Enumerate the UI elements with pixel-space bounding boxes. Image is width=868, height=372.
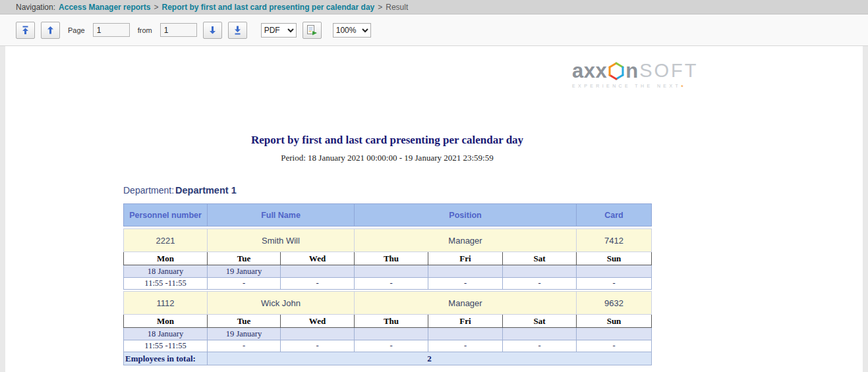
employee-full-name: Smith Will xyxy=(208,229,355,252)
column-header-position: Position xyxy=(355,204,577,226)
export-report-icon xyxy=(306,25,318,36)
column-header-card: Card xyxy=(577,204,652,226)
employee-summary-row: 2221Smith WillManager7412 xyxy=(124,229,652,252)
time-cell-mon: 11:55 -11:55 xyxy=(124,278,208,290)
day-header-thu: Thu xyxy=(355,315,428,328)
breadcrumb-separator: > xyxy=(378,3,382,12)
page-input[interactable] xyxy=(93,23,130,37)
arrow-down-to-bottom-icon xyxy=(233,26,242,35)
date-cell-wed xyxy=(281,328,355,340)
report-title: Report by first and last card presenting… xyxy=(123,134,651,147)
date-cell-thu xyxy=(355,265,428,278)
time-cell-fri: - xyxy=(428,340,503,352)
table-header-row: Personnel numberFull NamePositionCard xyxy=(124,204,652,226)
time-row: 11:55 -11:55------ xyxy=(124,340,652,352)
day-header-tue: Tue xyxy=(208,252,281,265)
time-cell-sat: - xyxy=(503,278,577,290)
date-cell-mon: 18 January xyxy=(124,328,208,340)
day-header-fri: Fri xyxy=(428,315,503,328)
column-header-full-name: Full Name xyxy=(208,204,355,226)
date-cell-fri xyxy=(428,265,503,278)
report-table: Personnel numberFull NamePositionCard222… xyxy=(123,203,652,365)
department-line: Department:Department 1 xyxy=(123,185,651,196)
time-cell-wed: - xyxy=(281,340,355,352)
day-header-mon: Mon xyxy=(124,252,208,265)
day-header-tue: Tue xyxy=(208,315,281,328)
employee-personnel-number: 1112 xyxy=(124,292,208,315)
employee-position: Manager xyxy=(355,292,577,315)
time-cell-thu: - xyxy=(355,340,428,352)
employee-full-name: Wick John xyxy=(208,292,355,315)
date-cell-sun xyxy=(577,328,652,340)
time-cell-sat: - xyxy=(503,340,577,352)
date-cell-tue: 19 January xyxy=(208,265,281,278)
breadcrumb-link-access-manager-reports[interactable]: Access Manager reports xyxy=(59,3,150,12)
employee-card: 7412 xyxy=(577,229,652,252)
logo-tagline-star: * xyxy=(681,84,683,90)
date-row: 18 January19 January xyxy=(124,328,652,340)
day-header-sat: Sat xyxy=(503,252,577,265)
arrow-up-icon xyxy=(46,26,55,35)
previous-page-button[interactable] xyxy=(41,22,60,39)
date-cell-fri xyxy=(428,328,503,340)
day-header-sun: Sun xyxy=(577,252,652,265)
report-viewer-page: axx n SOFT EXPERIENCE THE NEXT* Report b… xyxy=(5,46,863,372)
date-cell-mon: 18 January xyxy=(124,265,208,278)
time-cell-wed: - xyxy=(281,278,355,290)
day-header-row: MonTueWedThuFriSatSun xyxy=(124,315,652,328)
day-header-wed: Wed xyxy=(281,252,355,265)
zoom-select[interactable]: 100% xyxy=(333,23,371,38)
time-cell-mon: 11:55 -11:55 xyxy=(124,340,208,352)
page-label: Page xyxy=(68,26,85,34)
breadcrumb-prefix: Navigation: xyxy=(16,3,55,12)
date-cell-tue: 19 January xyxy=(208,328,281,340)
breadcrumb-current: Result xyxy=(386,3,408,12)
day-header-wed: Wed xyxy=(281,315,355,328)
department-value: Department 1 xyxy=(175,185,237,196)
employee-card: 9632 xyxy=(577,292,652,315)
next-page-button[interactable] xyxy=(203,22,222,39)
day-header-row: MonTueWedThuFriSatSun xyxy=(124,252,652,265)
column-header-personnel-number: Personnel number xyxy=(124,204,208,226)
date-cell-wed xyxy=(281,265,355,278)
report-toolbar: Page from PDF 100% xyxy=(0,14,868,46)
report-period: Period: 18 January 2021 00:00:00 - 19 Ja… xyxy=(123,153,651,163)
employee-position: Manager xyxy=(355,229,577,252)
employees-total-row: Employees in total:2 xyxy=(124,352,652,365)
total-pages-input[interactable] xyxy=(160,23,197,37)
employee-summary-row: 1112Wick JohnManager9632 xyxy=(124,292,652,315)
breadcrumb: Navigation: Access Manager reports > Rep… xyxy=(0,0,868,14)
time-row: 11:55 -11:55------ xyxy=(124,278,652,290)
date-cell-sun xyxy=(577,265,652,278)
date-cell-sat xyxy=(503,328,577,340)
day-header-mon: Mon xyxy=(124,315,208,328)
arrow-down-icon xyxy=(208,26,217,35)
employee-personnel-number: 2221 xyxy=(124,229,208,252)
export-format-select[interactable]: PDF xyxy=(261,23,297,38)
day-header-fri: Fri xyxy=(428,252,503,265)
time-cell-sun: - xyxy=(577,278,652,290)
time-cell-fri: - xyxy=(428,278,503,290)
time-cell-sun: - xyxy=(577,340,652,352)
last-page-button[interactable] xyxy=(228,22,247,39)
employees-total-value: 2 xyxy=(208,352,652,365)
first-page-button[interactable] xyxy=(16,22,35,39)
date-cell-thu xyxy=(355,328,428,340)
time-cell-tue: - xyxy=(208,340,281,352)
date-row: 18 January19 January xyxy=(124,265,652,278)
day-header-sat: Sat xyxy=(503,315,577,328)
employees-total-label: Employees in total: xyxy=(124,352,208,365)
date-cell-sat xyxy=(503,265,577,278)
report-document: Report by first and last card presenting… xyxy=(123,46,651,365)
breadcrumb-link-report[interactable]: Report by first and last card presenting… xyxy=(161,3,374,12)
day-header-thu: Thu xyxy=(355,252,428,265)
export-button[interactable] xyxy=(303,22,322,39)
department-label: Department: xyxy=(123,185,174,196)
time-cell-thu: - xyxy=(355,278,428,290)
time-cell-tue: - xyxy=(208,278,281,290)
breadcrumb-separator: > xyxy=(154,3,158,12)
day-header-sun: Sun xyxy=(577,315,652,328)
from-label: from xyxy=(138,26,152,34)
arrow-up-to-top-icon xyxy=(21,26,30,35)
